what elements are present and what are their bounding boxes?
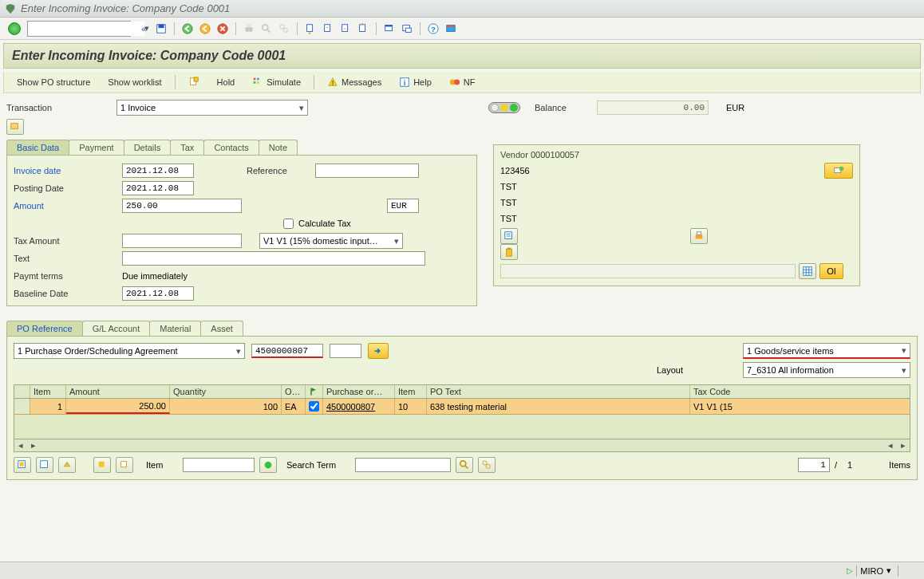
cell-item[interactable]: 1 bbox=[30, 399, 66, 414]
save-icon[interactable] bbox=[153, 21, 169, 37]
messages-button[interactable]: ! Messages bbox=[322, 75, 386, 89]
cell-potext[interactable]: 638 testing material bbox=[427, 399, 690, 414]
grid-header-ou[interactable]: O… bbox=[282, 385, 306, 398]
layout-select[interactable]: 7_6310 All information ▾ bbox=[743, 362, 910, 378]
exit-icon[interactable] bbox=[197, 21, 213, 37]
back-icon[interactable] bbox=[180, 21, 195, 37]
po-number-input[interactable] bbox=[251, 344, 323, 358]
row-flag-checkbox[interactable] bbox=[309, 401, 319, 412]
vendor-delete-button[interactable] bbox=[500, 244, 518, 260]
tab-gl-account[interactable]: G/L Account bbox=[82, 321, 151, 336]
tab-tax[interactable]: Tax bbox=[170, 140, 204, 155]
ok-button[interactable] bbox=[6, 21, 22, 37]
grid-row[interactable]: 1 250.00 100 EA 4500000807 10 638 testin… bbox=[14, 399, 910, 415]
grid-header-item[interactable]: Item bbox=[30, 385, 66, 398]
scroll-right2-icon[interactable]: ▸ bbox=[897, 440, 910, 451]
items-grid[interactable]: Item Amount Quantity O… Purchase or… Ite… bbox=[14, 384, 910, 452]
search-find-button[interactable] bbox=[456, 457, 473, 473]
item-goto-button[interactable] bbox=[259, 457, 277, 473]
other-doc-button[interactable] bbox=[184, 75, 204, 89]
tab-asset[interactable]: Asset bbox=[200, 321, 243, 336]
tab-po-reference[interactable]: PO Reference bbox=[6, 321, 83, 336]
grid-header-flag[interactable] bbox=[306, 385, 323, 398]
first-page-icon[interactable] bbox=[302, 21, 318, 37]
grid-header-tax[interactable]: Tax Code bbox=[690, 385, 746, 398]
cell-ou[interactable]: EA bbox=[282, 399, 306, 414]
amount-currency-input[interactable] bbox=[387, 199, 419, 213]
status-dropdown-icon[interactable]: ▾ bbox=[886, 565, 891, 576]
scroll-left-icon[interactable]: ◂ bbox=[14, 440, 27, 451]
po-item-input[interactable] bbox=[330, 344, 361, 358]
calculate-tax-checkbox[interactable] bbox=[283, 219, 294, 229]
vendor-print-button[interactable] bbox=[690, 228, 708, 244]
tab-basic-data[interactable]: Basic Data bbox=[6, 140, 69, 155]
find-icon[interactable] bbox=[259, 21, 274, 37]
scroll-right-icon[interactable]: ▸ bbox=[27, 440, 40, 451]
tax-code-select[interactable]: V1 V1 (15% domestic input… ▾ bbox=[259, 233, 403, 249]
header-expand-button[interactable] bbox=[6, 119, 24, 135]
help-icon[interactable]: ? bbox=[425, 21, 441, 37]
cell-amount[interactable]: 250.00 bbox=[66, 399, 170, 414]
vendor-oi-button[interactable]: OI bbox=[819, 263, 843, 279]
cell-quantity[interactable]: 100 bbox=[170, 399, 282, 414]
command-input[interactable] bbox=[28, 22, 144, 36]
invoice-date-input[interactable] bbox=[122, 163, 194, 178]
grid-header-po[interactable]: Purchase or… bbox=[323, 385, 395, 398]
vendor-grid-button[interactable] bbox=[799, 263, 816, 279]
po-reftype-select[interactable]: 1 Purchase Order/Scheduling Agreement ▾ bbox=[14, 343, 245, 359]
simulate-button[interactable]: Simulate bbox=[247, 75, 306, 89]
cell-itm[interactable]: 10 bbox=[395, 399, 427, 414]
cell-flag[interactable] bbox=[306, 399, 323, 414]
baseline-date-input[interactable] bbox=[122, 286, 194, 301]
item-pos-input[interactable] bbox=[798, 458, 830, 472]
tax-amount-input[interactable] bbox=[122, 234, 242, 248]
grid-hscroll[interactable]: ◂ ▸ ◂ ▸ bbox=[14, 439, 910, 451]
amount-input[interactable] bbox=[122, 199, 242, 213]
po-items-select[interactable]: 1 Goods/service items ▾ bbox=[743, 343, 910, 359]
show-po-structure-button[interactable]: Show PO structure bbox=[12, 76, 95, 89]
last-page-icon[interactable] bbox=[355, 21, 371, 37]
grid-header-quantity[interactable]: Quantity bbox=[170, 385, 282, 398]
item-goto-input[interactable] bbox=[183, 458, 255, 472]
text-input[interactable] bbox=[122, 251, 425, 266]
find-next-icon[interactable] bbox=[276, 21, 292, 37]
transaction-select[interactable]: 1 Invoice ▾ bbox=[116, 100, 308, 116]
layout-menu-icon[interactable] bbox=[443, 21, 459, 37]
hold-button[interactable]: Hold bbox=[212, 76, 240, 89]
back-start-icon[interactable]: « bbox=[136, 21, 152, 37]
posting-date-input[interactable] bbox=[122, 181, 194, 195]
sort-asc-button[interactable] bbox=[58, 457, 76, 473]
tab-payment[interactable]: Payment bbox=[69, 140, 124, 155]
vendor-list-button[interactable] bbox=[500, 228, 518, 244]
search-next-button[interactable] bbox=[478, 457, 496, 473]
reference-input[interactable] bbox=[315, 163, 419, 178]
grid-header-itm[interactable]: Item bbox=[395, 385, 427, 398]
grid-selector-header[interactable] bbox=[14, 385, 30, 398]
session-new-icon[interactable] bbox=[381, 21, 397, 37]
tab-contacts[interactable]: Contacts bbox=[203, 140, 259, 155]
filter-out-button[interactable] bbox=[116, 457, 133, 473]
print-icon[interactable] bbox=[241, 21, 257, 37]
show-worklist-button[interactable]: Show worklist bbox=[103, 76, 166, 89]
tab-material[interactable]: Material bbox=[149, 321, 201, 336]
scroll-left2-icon[interactable]: ◂ bbox=[884, 440, 897, 451]
cell-po[interactable]: 4500000807 bbox=[323, 399, 395, 414]
vendor-display-button[interactable] bbox=[824, 163, 853, 179]
deselect-all-button[interactable] bbox=[36, 457, 53, 473]
grid-header-potext[interactable]: PO Text bbox=[427, 385, 690, 398]
grid-header-amount[interactable]: Amount bbox=[66, 385, 170, 398]
prev-page-icon[interactable] bbox=[320, 21, 336, 37]
search-term-input[interactable] bbox=[355, 458, 451, 472]
next-page-icon[interactable] bbox=[338, 21, 353, 37]
help-button[interactable]: i Help bbox=[394, 75, 436, 89]
po-assign-button[interactable] bbox=[368, 343, 389, 359]
tab-details[interactable]: Details bbox=[124, 140, 172, 155]
select-all-button[interactable] bbox=[14, 457, 31, 473]
command-field[interactable]: ▾ bbox=[27, 21, 131, 37]
filter-in-button[interactable] bbox=[93, 457, 111, 473]
cell-tax[interactable]: V1 V1 (15 bbox=[690, 399, 746, 414]
nf-button[interactable]: NF bbox=[444, 75, 480, 89]
shortcut-icon[interactable] bbox=[399, 21, 415, 37]
tab-note[interactable]: Note bbox=[259, 140, 298, 155]
cancel-icon[interactable] bbox=[215, 21, 231, 37]
